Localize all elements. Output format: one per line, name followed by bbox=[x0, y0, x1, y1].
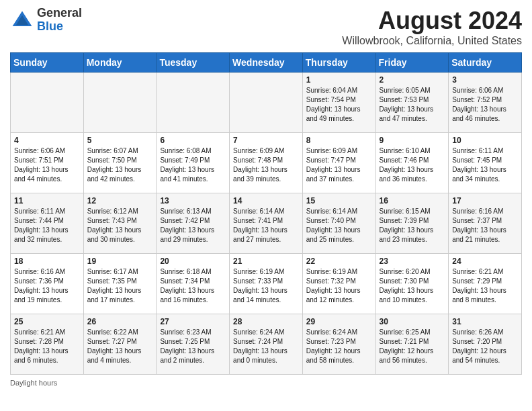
day-info: Sunrise: 6:07 AM Sunset: 7:50 PM Dayligh… bbox=[87, 146, 153, 184]
day-number: 19 bbox=[87, 257, 153, 266]
header-sunday: Sunday bbox=[11, 53, 84, 73]
page-header: General Blue August 2024 Willowbrook, Ca… bbox=[10, 7, 522, 47]
day-info: Sunrise: 6:05 AM Sunset: 7:53 PM Dayligh… bbox=[380, 86, 445, 124]
day-number: 3 bbox=[452, 75, 518, 85]
day-number: 30 bbox=[380, 317, 445, 326]
calendar-cell: 31Sunrise: 6:26 AM Sunset: 7:20 PM Dayli… bbox=[449, 314, 522, 375]
day-info: Sunrise: 6:11 AM Sunset: 7:45 PM Dayligh… bbox=[452, 146, 518, 184]
logo-blue: Blue bbox=[37, 19, 63, 33]
calendar-cell: 18Sunrise: 6:16 AM Sunset: 7:36 PM Dayli… bbox=[11, 254, 84, 314]
calendar-cell: 6Sunrise: 6:08 AM Sunset: 7:49 PM Daylig… bbox=[157, 133, 230, 193]
day-number: 18 bbox=[14, 257, 80, 266]
calendar-cell bbox=[157, 73, 230, 133]
day-number: 11 bbox=[14, 196, 80, 205]
day-info: Sunrise: 6:19 AM Sunset: 7:32 PM Dayligh… bbox=[306, 267, 372, 305]
calendar-cell: 10Sunrise: 6:11 AM Sunset: 7:45 PM Dayli… bbox=[449, 133, 522, 193]
calendar-cell: 12Sunrise: 6:12 AM Sunset: 7:43 PM Dayli… bbox=[83, 193, 157, 254]
day-number: 25 bbox=[14, 317, 80, 326]
calendar-cell: 11Sunrise: 6:11 AM Sunset: 7:44 PM Dayli… bbox=[11, 193, 84, 254]
day-info: Sunrise: 6:12 AM Sunset: 7:43 PM Dayligh… bbox=[87, 207, 153, 244]
header-tuesday: Tuesday bbox=[157, 53, 230, 73]
day-number: 31 bbox=[452, 317, 518, 326]
day-number: 1 bbox=[306, 75, 372, 85]
day-info: Sunrise: 6:09 AM Sunset: 7:47 PM Dayligh… bbox=[306, 146, 372, 184]
calendar-cell: 16Sunrise: 6:15 AM Sunset: 7:39 PM Dayli… bbox=[375, 193, 449, 254]
day-number: 4 bbox=[14, 136, 80, 145]
calendar-cell: 26Sunrise: 6:22 AM Sunset: 7:27 PM Dayli… bbox=[83, 314, 157, 375]
day-number: 17 bbox=[452, 196, 518, 205]
calendar-cell: 17Sunrise: 6:16 AM Sunset: 7:37 PM Dayli… bbox=[449, 193, 522, 254]
day-number: 2 bbox=[380, 75, 445, 85]
header-friday: Friday bbox=[375, 53, 449, 73]
day-number: 15 bbox=[306, 196, 372, 205]
day-info: Sunrise: 6:11 AM Sunset: 7:44 PM Dayligh… bbox=[14, 207, 80, 244]
subtitle: Willowbrook, California, United States bbox=[342, 35, 522, 47]
day-number: 20 bbox=[160, 257, 226, 266]
calendar-cell: 19Sunrise: 6:17 AM Sunset: 7:35 PM Dayli… bbox=[83, 254, 157, 314]
logo: General Blue bbox=[10, 7, 82, 34]
day-info: Sunrise: 6:04 AM Sunset: 7:54 PM Dayligh… bbox=[306, 86, 372, 124]
day-number: 5 bbox=[87, 136, 153, 145]
calendar-cell: 9Sunrise: 6:10 AM Sunset: 7:46 PM Daylig… bbox=[375, 133, 449, 193]
calendar-cell bbox=[230, 73, 303, 133]
day-info: Sunrise: 6:21 AM Sunset: 7:29 PM Dayligh… bbox=[452, 267, 518, 305]
day-info: Sunrise: 6:16 AM Sunset: 7:37 PM Dayligh… bbox=[452, 207, 518, 244]
calendar-cell: 23Sunrise: 6:20 AM Sunset: 7:30 PM Dayli… bbox=[375, 254, 449, 314]
day-info: Sunrise: 6:24 AM Sunset: 7:23 PM Dayligh… bbox=[306, 328, 372, 365]
logo-icon bbox=[10, 8, 34, 32]
calendar-cell: 29Sunrise: 6:24 AM Sunset: 7:23 PM Dayli… bbox=[302, 314, 375, 375]
day-info: Sunrise: 6:26 AM Sunset: 7:20 PM Dayligh… bbox=[452, 328, 518, 365]
day-number: 16 bbox=[380, 196, 445, 205]
calendar-cell: 8Sunrise: 6:09 AM Sunset: 7:47 PM Daylig… bbox=[302, 133, 375, 193]
header-thursday: Thursday bbox=[302, 53, 375, 73]
footer-daylight: Daylight hours bbox=[10, 379, 522, 387]
logo-general: General bbox=[37, 6, 82, 19]
calendar-cell: 3Sunrise: 6:06 AM Sunset: 7:52 PM Daylig… bbox=[449, 73, 522, 133]
calendar-cell bbox=[83, 73, 157, 133]
header-monday: Monday bbox=[83, 53, 157, 73]
day-number: 21 bbox=[233, 257, 299, 266]
day-info: Sunrise: 6:13 AM Sunset: 7:42 PM Dayligh… bbox=[160, 207, 226, 244]
calendar-cell: 21Sunrise: 6:19 AM Sunset: 7:33 PM Dayli… bbox=[230, 254, 303, 314]
day-info: Sunrise: 6:21 AM Sunset: 7:28 PM Dayligh… bbox=[14, 328, 80, 365]
calendar-cell: 14Sunrise: 6:14 AM Sunset: 7:41 PM Dayli… bbox=[230, 193, 303, 254]
day-info: Sunrise: 6:25 AM Sunset: 7:21 PM Dayligh… bbox=[380, 328, 445, 365]
calendar-table: SundayMondayTuesdayWednesdayThursdayFrid… bbox=[10, 52, 522, 375]
day-info: Sunrise: 6:08 AM Sunset: 7:49 PM Dayligh… bbox=[160, 146, 226, 184]
day-info: Sunrise: 6:22 AM Sunset: 7:27 PM Dayligh… bbox=[87, 328, 153, 365]
day-info: Sunrise: 6:24 AM Sunset: 7:24 PM Dayligh… bbox=[233, 328, 299, 365]
calendar-week-row: 18Sunrise: 6:16 AM Sunset: 7:36 PM Dayli… bbox=[11, 254, 522, 314]
day-info: Sunrise: 6:19 AM Sunset: 7:33 PM Dayligh… bbox=[233, 267, 299, 305]
calendar-cell: 22Sunrise: 6:19 AM Sunset: 7:32 PM Dayli… bbox=[302, 254, 375, 314]
calendar-cell: 15Sunrise: 6:14 AM Sunset: 7:40 PM Dayli… bbox=[302, 193, 375, 254]
day-number: 28 bbox=[233, 317, 299, 326]
day-info: Sunrise: 6:10 AM Sunset: 7:46 PM Dayligh… bbox=[380, 146, 445, 184]
day-number: 23 bbox=[380, 257, 445, 266]
day-info: Sunrise: 6:14 AM Sunset: 7:40 PM Dayligh… bbox=[306, 207, 372, 244]
calendar-cell: 7Sunrise: 6:09 AM Sunset: 7:48 PM Daylig… bbox=[230, 133, 303, 193]
day-info: Sunrise: 6:14 AM Sunset: 7:41 PM Dayligh… bbox=[233, 207, 299, 244]
calendar-cell bbox=[11, 73, 84, 133]
header-wednesday: Wednesday bbox=[230, 53, 303, 73]
day-number: 26 bbox=[87, 317, 153, 326]
day-number: 9 bbox=[380, 136, 445, 145]
calendar-cell: 13Sunrise: 6:13 AM Sunset: 7:42 PM Dayli… bbox=[157, 193, 230, 254]
calendar-week-row: 1Sunrise: 6:04 AM Sunset: 7:54 PM Daylig… bbox=[11, 73, 522, 133]
day-number: 6 bbox=[160, 136, 226, 145]
main-title: August 2024 bbox=[342, 7, 522, 35]
day-number: 27 bbox=[160, 317, 226, 326]
day-number: 13 bbox=[160, 196, 226, 205]
calendar-cell: 4Sunrise: 6:06 AM Sunset: 7:51 PM Daylig… bbox=[11, 133, 84, 193]
calendar-cell: 25Sunrise: 6:21 AM Sunset: 7:28 PM Dayli… bbox=[11, 314, 84, 375]
calendar-cell: 27Sunrise: 6:23 AM Sunset: 7:25 PM Dayli… bbox=[157, 314, 230, 375]
calendar-cell: 24Sunrise: 6:21 AM Sunset: 7:29 PM Dayli… bbox=[449, 254, 522, 314]
day-number: 29 bbox=[306, 317, 372, 326]
day-info: Sunrise: 6:06 AM Sunset: 7:52 PM Dayligh… bbox=[452, 86, 518, 124]
day-info: Sunrise: 6:17 AM Sunset: 7:35 PM Dayligh… bbox=[87, 267, 153, 305]
day-info: Sunrise: 6:16 AM Sunset: 7:36 PM Dayligh… bbox=[14, 267, 80, 305]
day-info: Sunrise: 6:18 AM Sunset: 7:34 PM Dayligh… bbox=[160, 267, 226, 305]
header-saturday: Saturday bbox=[449, 53, 522, 73]
calendar-cell: 5Sunrise: 6:07 AM Sunset: 7:50 PM Daylig… bbox=[83, 133, 157, 193]
day-info: Sunrise: 6:06 AM Sunset: 7:51 PM Dayligh… bbox=[14, 146, 80, 184]
day-number: 24 bbox=[452, 257, 518, 266]
